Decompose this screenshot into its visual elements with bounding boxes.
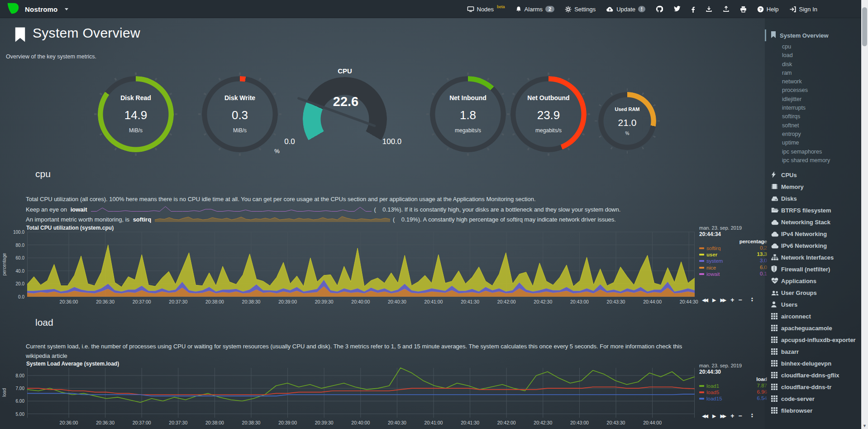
sign-in-icon [789,6,796,13]
play-button[interactable]: ▶ [712,413,716,419]
nav-alarms[interactable]: Alarms2 [515,6,555,13]
sidebar-item-airconnect[interactable]: airconnect [771,310,861,322]
sidebar-subitem-ipc-semaphores[interactable]: ipc semaphores [782,148,861,156]
nav-download[interactable] [706,6,712,13]
sidebar-item-user-groups[interactable]: User Groups [771,287,861,299]
nav-nodes[interactable]: Nodesbeta [467,6,505,13]
sidebar-section-label: Network Interfaces [781,254,834,261]
top-navbar: Nostromo NodesbetaAlarms2SettingsUpdate!… [0,0,868,18]
page-scrollbar[interactable]: ▼ [861,0,868,429]
sidebar-subitem-entropy[interactable]: entropy [782,130,861,139]
x-axis-tick: 20:44:00 [638,299,667,304]
sidebar-item-disks[interactable]: Disks [771,193,861,204]
sidebar-item-binhex-delugevpn[interactable]: binhex-delugevpn [771,357,861,369]
nav-settings[interactable]: Settings [565,6,596,13]
host-selector[interactable]: Nostromo [6,2,68,17]
sidebar-item-ipv4-networking[interactable]: IPv4 Networking [771,228,861,240]
sidebar-item-apacheguacamole[interactable]: apacheguacamole [771,322,861,334]
sidebar-sections: CPUsMemoryDisksBTRFS filesystemNetworkin… [765,169,861,416]
sidebar-item-firewall-netfilter-[interactable]: Firewall (netfilter) [771,263,861,275]
sidebar-item-system-overview[interactable]: System Overview [765,29,861,41]
nav-facebook[interactable] [691,6,695,13]
legend-row-nice[interactable]: nice6.0 [699,265,767,271]
sidebar-subitem-disk[interactable]: disk [782,60,861,69]
load-description-link[interactable]: wikipedia article [26,352,67,359]
forward-button[interactable]: ▶▶ [720,297,726,303]
sidebar-item-networking-stack[interactable]: Networking Stack [771,216,861,228]
nav-label-settings: Settings [574,6,596,13]
nav-github[interactable] [656,5,663,13]
sidebar-item-memory[interactable]: Memory [771,181,861,193]
x-axis-tick: 20:42:00 [492,420,521,425]
zoom-out-button[interactable]: − [739,297,742,303]
sidebar-subitem-softnet[interactable]: softnet [782,121,861,130]
section-heading-cpu: cpu [35,169,51,179]
nav-help[interactable]: ?Help [757,6,779,13]
sidebar-subitem-load[interactable]: load [782,51,861,60]
sidebar-subitem-ipc-shared-memory[interactable]: ipc shared memory [782,156,861,165]
gauge-unit: MiB/s [98,127,174,134]
legend-row-iowait[interactable]: iowait0.1 [699,271,767,277]
play-button[interactable]: ▶ [712,297,716,303]
cpuChart-plot[interactable] [27,232,695,297]
nav-upload[interactable] [723,6,730,13]
sidebar-item-code-server[interactable]: code-server [771,393,861,405]
x-axis-tick: 20:38:00 [200,420,229,425]
loadChart-plot[interactable] [27,368,695,418]
heartbeat-icon [771,277,781,285]
sidebar-item-network-interfaces[interactable]: Network Interfaces [771,251,861,263]
legend-row-load1[interactable]: load17.87 [699,383,767,389]
loadChart-toolbar: ◀◀▶▶▶+− [702,413,742,419]
legend-row-load5[interactable]: load56.96 [699,389,767,395]
sidebar-subitem-uptime[interactable]: uptime [782,139,861,147]
sidebar-item-users[interactable]: Users [771,299,861,310]
x-axis-tick: 20:43:30 [601,420,630,425]
cpuChart-resize-handle[interactable]: ▴▾ [751,297,753,302]
softirq-sparkline [153,216,391,223]
nav-twitter[interactable] [673,6,681,12]
nav-update[interactable]: Update! [606,6,645,13]
loadChart-resize-handle[interactable]: ▴▾ [751,413,753,418]
scrollbar-down-arrow[interactable]: ▼ [861,424,868,428]
sidebar-subitem-softirqs[interactable]: softirqs [782,112,861,121]
nav-sign-in[interactable]: Sign In [789,6,817,13]
legend-swatch [699,254,704,255]
legend-row-system[interactable]: system3.0 [699,258,767,264]
sidebar-subitem-idlejitter[interactable]: idlejitter [782,95,861,104]
legend-row-softirq[interactable]: softirq0.2 [699,245,767,251]
y-axis-label: load [2,377,7,409]
sidebar-subitem-processes[interactable]: processes [782,86,861,95]
legend-swatch [699,267,704,269]
zoom-in-button[interactable]: + [730,413,734,419]
legend-units-header: load [699,376,767,382]
nav-print[interactable] [740,6,747,13]
forward-button[interactable]: ▶▶ [720,413,726,419]
backward-button[interactable]: ◀◀ [702,297,708,303]
sidebar-item-cloudflare-ddns-gflix[interactable]: cloudflare-ddns-gflix [771,369,861,381]
sidebar-item-cloudflare-ddns-tr[interactable]: cloudflare-ddns-tr [771,381,861,393]
sidebar-subitem-interrupts[interactable]: interrupts [782,104,861,112]
th-icon [771,383,781,391]
legend-row-user[interactable]: user13.3 [699,251,767,258]
zoom-out-button[interactable]: − [739,413,742,419]
sidebar-subitem-ram[interactable]: ram [782,69,861,77]
sidebar-item-bazarr[interactable]: bazarr [771,346,861,357]
sidebar-subitem-cpu[interactable]: cpu [782,43,861,51]
sidebar-item-apcupsd-influxdb-exporter[interactable]: apcupsd-influxdb-exporter [771,334,861,346]
sidebar-item-applications[interactable]: Applications [771,275,861,287]
zoom-in-button[interactable]: + [730,297,734,303]
gauge-unit: % [598,131,656,136]
sidebar-subitem-network[interactable]: network [782,77,861,86]
sidebar-navigation: System Overviewcpuloaddiskramnetworkproc… [765,18,861,429]
sidebar-item-filebrowser[interactable]: filebrowser [771,405,861,416]
cloud-icon [771,230,781,238]
backward-button[interactable]: ◀◀ [702,413,708,419]
bookmark-icon [14,27,26,44]
scrollbar-thumb[interactable] [862,7,867,46]
sidebar-item-ipv6-networking[interactable]: IPv6 Networking [771,240,861,251]
load-description-1: Current system load, i.e. the number of … [26,343,682,350]
sidebar-section-label: apacheguacamole [781,325,832,332]
sidebar-item-cpus[interactable]: CPUs [771,169,861,181]
legend-row-load15[interactable]: load156.54 [699,395,767,402]
sidebar-item-btrfs-filesystem[interactable]: BTRFS filesystem [771,204,861,216]
